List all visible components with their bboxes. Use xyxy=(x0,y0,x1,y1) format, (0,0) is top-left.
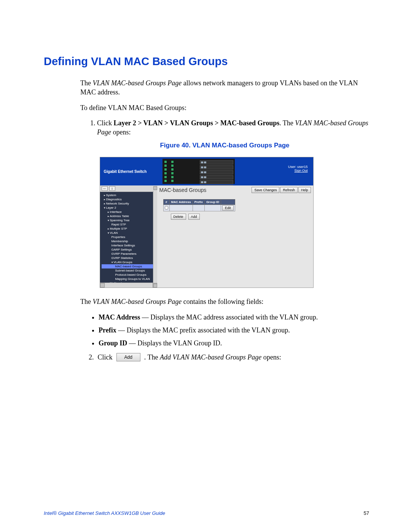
add-button[interactable]: Add xyxy=(188,214,200,220)
field-group-id: Group ID — Displays the VLAN Group ID. xyxy=(99,339,369,348)
product-brand: Gigabit Ethernet Switch xyxy=(100,157,161,185)
figure-caption: Figure 40. VLAN MAC-based Groups Page xyxy=(80,141,369,150)
nav-mac-based-groups[interactable]: MAC-based Groups xyxy=(102,264,156,268)
screenshot-container: Gigabit Ethernet Switch User: xyxy=(100,157,314,288)
field-mac-address: MAC Address — Displays the MAC address a… xyxy=(99,313,369,322)
field-prefix: Prefix — Displays the MAC prefix associa… xyxy=(99,326,369,335)
page-footer: Intel® Gigabit Ethernet Switch AXXSW1GB … xyxy=(44,510,369,516)
nav-rapid-stp[interactable]: Rapid STP xyxy=(102,222,156,227)
text: The xyxy=(80,298,92,305)
footer-title: Intel® Gigabit Ethernet Switch AXXSW1GB … xyxy=(44,510,165,516)
nav-expand-icon[interactable]: ↕ xyxy=(109,186,115,191)
nav-gvrp-statistics[interactable]: GVRP Statistics xyxy=(102,256,156,260)
nav-mapping-groups[interactable]: Mapping Groups to VLAN xyxy=(102,277,156,281)
text-bold: Layer 2 > VLAN > VLAN Groups > MAC-based… xyxy=(114,119,280,127)
nav-spanning-tree[interactable]: Spanning Tree xyxy=(102,218,156,222)
user-label: User: user15 xyxy=(288,165,308,169)
text-em: VLAN MAC-based Groups Page xyxy=(92,298,182,305)
field-label: MAC Address xyxy=(99,313,140,321)
text: . The xyxy=(279,119,295,127)
text: . The xyxy=(144,353,160,361)
step-1: Click Layer 2 > VLAN > VLAN Groups > MAC… xyxy=(97,118,369,137)
save-changes-button[interactable]: Save Changes xyxy=(252,187,279,193)
nav-network-security[interactable]: Network Security xyxy=(102,201,156,206)
text: opens: xyxy=(111,128,131,136)
nav-collapse-icon[interactable]: ↔ xyxy=(102,186,108,191)
nav-toolbar: ↔ ↕ xyxy=(100,185,157,192)
nav-interface[interactable]: Interface xyxy=(102,210,156,214)
text: opens: xyxy=(261,353,281,361)
main-panel: MAC-based Groups Save Changes Refresh He… xyxy=(157,185,313,288)
nav-diagnostics[interactable]: Diagnostics xyxy=(102,197,156,201)
field-desc: — Displays the MAC address associated wi… xyxy=(140,313,318,321)
nav-properties[interactable]: Properties xyxy=(102,235,156,239)
nav-multiple-stp[interactable]: Multiple STP xyxy=(102,227,156,231)
user-block: User: user15 Sign Out xyxy=(288,165,308,173)
nav-interface-settings[interactable]: Interface Settings xyxy=(102,243,156,248)
refresh-button[interactable]: Refresh xyxy=(280,187,298,193)
fields-list: MAC Address — Displays the MAC address a… xyxy=(80,313,369,348)
col-checkbox: # xyxy=(163,200,169,205)
fields-intro: The VLAN MAC-based Groups Page contains … xyxy=(80,297,369,306)
col-mac-address: MAC Address xyxy=(169,200,193,205)
nav-vlan-groups[interactable]: VLAN Groups xyxy=(102,260,156,264)
col-actions xyxy=(221,200,235,205)
field-desc: — Displays the MAC prefix associated wit… xyxy=(116,326,290,334)
nav-protocol-based-groups[interactable]: Protocol-based Groups xyxy=(102,273,156,277)
nav-subnet-based-groups[interactable]: Subnet-based Groups xyxy=(102,268,156,273)
step-number: 2. xyxy=(89,353,94,362)
text: The xyxy=(80,79,92,87)
field-label: Group ID xyxy=(99,339,127,347)
field-label: Prefix xyxy=(99,326,116,334)
table-row: Edit xyxy=(163,205,235,211)
delete-button[interactable]: Delete xyxy=(171,214,186,220)
field-desc: — Displays the VLAN Group ID. xyxy=(127,339,222,347)
text-em: Add VLAN MAC-based Groups Page xyxy=(160,353,261,361)
nav-address-table[interactable]: Address Table xyxy=(102,214,156,218)
nav-layer2[interactable]: Layer 2 xyxy=(102,206,156,210)
page-heading: Defining VLAN MAC Based Groups xyxy=(44,55,369,68)
nav-system[interactable]: System xyxy=(102,193,156,197)
col-prefix: Prefix xyxy=(193,200,204,205)
page-number: 57 xyxy=(364,510,369,516)
nav-gvrp-parameters[interactable]: GVRP Parameters xyxy=(102,252,156,256)
text: contains the following fields: xyxy=(182,298,263,305)
sign-out-link[interactable]: Sign Out xyxy=(294,169,307,173)
nav-tree: System Diagnostics Network Security Laye… xyxy=(100,192,157,283)
nav-scrollbar-horizontal[interactable] xyxy=(100,283,157,288)
nav-scrollbar-vertical[interactable] xyxy=(153,191,157,283)
nav-membership[interactable]: Membership xyxy=(102,239,156,243)
text: . The Add VLAN MAC-based Groups Page ope… xyxy=(144,353,281,362)
intro-paragraph: The VLAN MAC-based Groups Page allows ne… xyxy=(80,78,369,97)
help-button[interactable]: Help xyxy=(298,187,311,193)
add-button-inline[interactable]: Add xyxy=(116,353,140,361)
step-2: 2. Click Add . The Add VLAN MAC-based Gr… xyxy=(89,353,369,362)
nav-vlan[interactable]: VLAN xyxy=(102,231,156,235)
howto-paragraph: To define VLAN MAC Based Groups: xyxy=(80,103,369,112)
rack-graphic xyxy=(162,159,235,184)
nav-multicast[interactable]: Multicast xyxy=(102,281,156,283)
col-group-id: Group ID xyxy=(204,200,221,205)
text: Click xyxy=(98,353,113,362)
text: Click xyxy=(97,119,114,127)
nav-sidebar: ↔ ↕ System Diagnostics Network Security … xyxy=(100,185,157,288)
mac-groups-table: # MAC Address Prefix Group ID Edit xyxy=(163,199,235,211)
edit-button[interactable]: Edit xyxy=(222,205,234,211)
nav-garp-settings[interactable]: GARP Settings xyxy=(102,248,156,252)
table-header-row: # MAC Address Prefix Group ID xyxy=(163,200,235,205)
steps-list: Click Layer 2 > VLAN > VLAN Groups > MAC… xyxy=(80,118,369,137)
panel-title: MAC-based Groups xyxy=(159,187,207,193)
text-em: VLAN MAC-based Groups Page xyxy=(92,79,182,87)
row-checkbox[interactable] xyxy=(165,206,168,209)
